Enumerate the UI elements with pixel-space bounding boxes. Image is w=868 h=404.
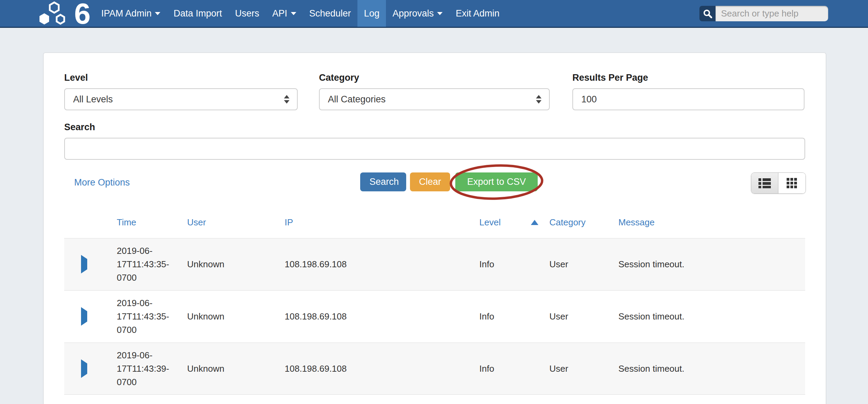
more-options-link[interactable]: More Options bbox=[74, 172, 130, 193]
level-label: Level bbox=[64, 72, 298, 83]
row-time: 2019-06-17T11:43:35-0700 bbox=[117, 293, 185, 340]
column-header-message[interactable]: Message bbox=[618, 217, 805, 228]
row-time: 2019-06-17T11:43:39-0700 bbox=[117, 345, 185, 392]
row-message: Session timeout. bbox=[618, 363, 805, 374]
grid-view-icon bbox=[787, 178, 797, 189]
list-view-icon bbox=[758, 178, 771, 188]
log-search-input[interactable] bbox=[64, 138, 805, 160]
export-csv-button[interactable]: Export to CSV bbox=[455, 172, 538, 191]
search-button[interactable]: Search bbox=[360, 172, 406, 191]
level-select-value: All Levels bbox=[73, 94, 113, 105]
table-row: 2019-06-17T11:43:35-0700 Unknown 108.198… bbox=[64, 290, 805, 343]
nav-item-approvals[interactable]: Approvals bbox=[386, 0, 449, 27]
row-user: Unknown bbox=[187, 259, 285, 270]
category-field: Category All Categories bbox=[319, 72, 550, 110]
row-level: Info bbox=[479, 259, 549, 270]
column-header-user[interactable]: User bbox=[187, 217, 285, 228]
results-per-page-label: Results Per Page bbox=[572, 72, 804, 83]
clear-button[interactable]: Clear bbox=[410, 172, 450, 191]
expand-row-icon[interactable] bbox=[81, 255, 87, 273]
nav-item-api[interactable]: API bbox=[266, 0, 303, 27]
row-user: Unknown bbox=[187, 311, 285, 322]
action-buttons: Search Clear Export to CSV bbox=[360, 172, 538, 191]
select-arrows-icon bbox=[536, 95, 541, 104]
caret-down-icon bbox=[291, 12, 296, 15]
category-select-value: All Categories bbox=[328, 94, 386, 105]
column-header-level[interactable]: Level bbox=[479, 217, 549, 228]
caret-down-icon bbox=[437, 12, 443, 15]
table-row: 2019-06-17T11:43:35-0700 Unknown 108.198… bbox=[64, 238, 805, 290]
help-search bbox=[699, 6, 828, 21]
row-user: Unknown bbox=[187, 363, 285, 374]
view-toggle bbox=[751, 172, 806, 194]
level-field: Level All Levels bbox=[64, 72, 298, 110]
row-level: Info bbox=[479, 363, 549, 374]
app-logo: 6 bbox=[37, 0, 90, 27]
logo-number: 6 bbox=[74, 0, 90, 27]
nav-item-scheduler[interactable]: Scheduler bbox=[303, 0, 358, 27]
row-category: User bbox=[549, 363, 618, 374]
expand-row-icon[interactable] bbox=[81, 359, 87, 378]
row-ip: 108.198.69.108 bbox=[285, 311, 479, 322]
row-category: User bbox=[549, 311, 618, 322]
nav-item-users[interactable]: Users bbox=[228, 0, 266, 27]
row-message: Session timeout. bbox=[618, 259, 805, 270]
category-label: Category bbox=[319, 72, 550, 83]
row-time: 2019-06-17T11:43:35-0700 bbox=[117, 241, 185, 288]
row-message: Session timeout. bbox=[618, 311, 805, 322]
nav-item-log[interactable]: Log bbox=[357, 0, 386, 27]
row-level: Info bbox=[479, 311, 549, 322]
table-header: Time User IP Level Category Message bbox=[64, 217, 805, 228]
grid-view-button[interactable] bbox=[778, 173, 806, 193]
select-arrows-icon bbox=[284, 95, 289, 104]
category-select[interactable]: All Categories bbox=[319, 88, 550, 110]
caret-down-icon bbox=[155, 12, 160, 15]
column-header-ip[interactable]: IP bbox=[285, 217, 479, 228]
list-view-button[interactable] bbox=[751, 173, 778, 193]
level-select[interactable]: All Levels bbox=[64, 88, 298, 110]
logo-hexagons-icon bbox=[37, 0, 73, 27]
nav-item-exit-admin[interactable]: Exit Admin bbox=[449, 0, 506, 27]
results-per-page-input[interactable] bbox=[572, 88, 804, 110]
search-icon[interactable] bbox=[699, 6, 716, 21]
table-row: 2019-06-17T11:43:39-0700 Unknown 108.198… bbox=[64, 343, 805, 395]
nav-item-ipam-admin[interactable]: IPAM Admin bbox=[95, 0, 167, 27]
row-category: User bbox=[549, 259, 618, 270]
nav-item-data-import[interactable]: Data Import bbox=[167, 0, 228, 27]
search-label: Search bbox=[64, 122, 805, 133]
top-navbar: 6 IPAM Admin Data Import Users API Sched… bbox=[0, 0, 868, 28]
expand-row-icon[interactable] bbox=[81, 307, 87, 326]
main-nav: IPAM Admin Data Import Users API Schedul… bbox=[95, 0, 506, 27]
row-ip: 108.198.69.108 bbox=[285, 259, 479, 270]
column-header-time[interactable]: Time bbox=[117, 217, 187, 228]
row-ip: 108.198.69.108 bbox=[285, 363, 479, 374]
filter-row: Level All Levels Category All Categories… bbox=[64, 72, 805, 110]
actions-row: More Options Search Clear Export to CSV bbox=[64, 172, 805, 196]
log-panel: Level All Levels Category All Categories… bbox=[43, 53, 826, 404]
search-field: Search bbox=[64, 122, 805, 160]
results-per-page-field: Results Per Page bbox=[572, 72, 804, 110]
sort-ascending-icon bbox=[531, 220, 538, 225]
column-header-category[interactable]: Category bbox=[549, 217, 618, 228]
log-table: Time User IP Level Category Message 2019… bbox=[64, 217, 805, 395]
help-search-input[interactable] bbox=[716, 6, 828, 21]
